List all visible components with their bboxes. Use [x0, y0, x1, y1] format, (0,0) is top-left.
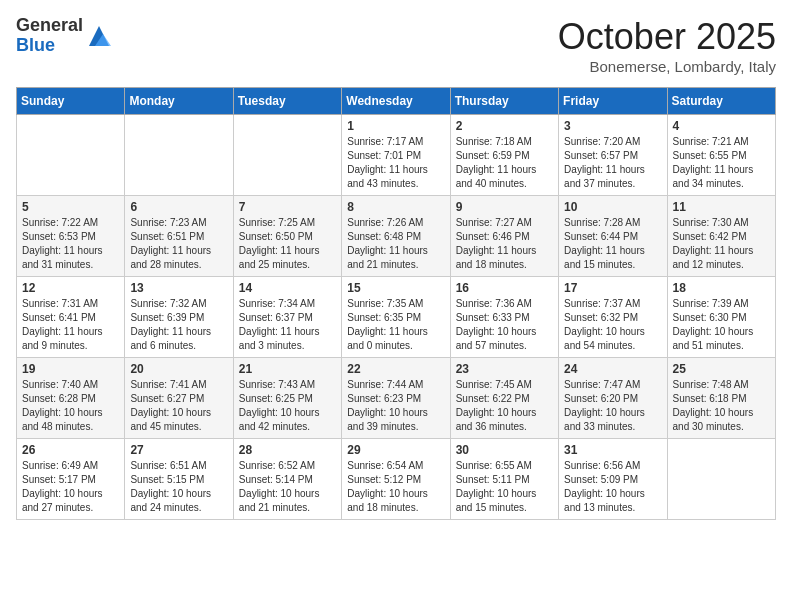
calendar-cell: 31Sunrise: 6:56 AMSunset: 5:09 PMDayligh…	[559, 439, 667, 520]
calendar-body: 1Sunrise: 7:17 AMSunset: 7:01 PMDaylight…	[17, 115, 776, 520]
header-day: Wednesday	[342, 88, 450, 115]
calendar-cell: 17Sunrise: 7:37 AMSunset: 6:32 PMDayligh…	[559, 277, 667, 358]
day-number: 2	[456, 119, 553, 133]
header-day: Thursday	[450, 88, 558, 115]
day-number: 19	[22, 362, 119, 376]
day-info: Sunrise: 7:18 AMSunset: 6:59 PMDaylight:…	[456, 135, 553, 191]
calendar-table: SundayMondayTuesdayWednesdayThursdayFrid…	[16, 87, 776, 520]
day-info: Sunrise: 7:39 AMSunset: 6:30 PMDaylight:…	[673, 297, 770, 353]
day-info: Sunrise: 7:32 AMSunset: 6:39 PMDaylight:…	[130, 297, 227, 353]
day-number: 8	[347, 200, 444, 214]
header-day: Tuesday	[233, 88, 341, 115]
header-row: SundayMondayTuesdayWednesdayThursdayFrid…	[17, 88, 776, 115]
day-info: Sunrise: 7:22 AMSunset: 6:53 PMDaylight:…	[22, 216, 119, 272]
day-info: Sunrise: 6:49 AMSunset: 5:17 PMDaylight:…	[22, 459, 119, 515]
day-number: 22	[347, 362, 444, 376]
day-info: Sunrise: 7:31 AMSunset: 6:41 PMDaylight:…	[22, 297, 119, 353]
calendar-cell: 4Sunrise: 7:21 AMSunset: 6:55 PMDaylight…	[667, 115, 775, 196]
calendar-cell: 1Sunrise: 7:17 AMSunset: 7:01 PMDaylight…	[342, 115, 450, 196]
calendar-cell: 19Sunrise: 7:40 AMSunset: 6:28 PMDayligh…	[17, 358, 125, 439]
day-number: 10	[564, 200, 661, 214]
day-number: 9	[456, 200, 553, 214]
day-info: Sunrise: 7:48 AMSunset: 6:18 PMDaylight:…	[673, 378, 770, 434]
day-info: Sunrise: 7:25 AMSunset: 6:50 PMDaylight:…	[239, 216, 336, 272]
calendar-week: 12Sunrise: 7:31 AMSunset: 6:41 PMDayligh…	[17, 277, 776, 358]
day-info: Sunrise: 7:36 AMSunset: 6:33 PMDaylight:…	[456, 297, 553, 353]
calendar-cell: 9Sunrise: 7:27 AMSunset: 6:46 PMDaylight…	[450, 196, 558, 277]
day-info: Sunrise: 7:44 AMSunset: 6:23 PMDaylight:…	[347, 378, 444, 434]
day-number: 4	[673, 119, 770, 133]
calendar-week: 19Sunrise: 7:40 AMSunset: 6:28 PMDayligh…	[17, 358, 776, 439]
day-number: 29	[347, 443, 444, 457]
day-info: Sunrise: 7:28 AMSunset: 6:44 PMDaylight:…	[564, 216, 661, 272]
calendar-cell: 27Sunrise: 6:51 AMSunset: 5:15 PMDayligh…	[125, 439, 233, 520]
day-info: Sunrise: 7:40 AMSunset: 6:28 PMDaylight:…	[22, 378, 119, 434]
day-info: Sunrise: 7:41 AMSunset: 6:27 PMDaylight:…	[130, 378, 227, 434]
day-info: Sunrise: 6:55 AMSunset: 5:11 PMDaylight:…	[456, 459, 553, 515]
day-info: Sunrise: 7:47 AMSunset: 6:20 PMDaylight:…	[564, 378, 661, 434]
calendar-cell: 21Sunrise: 7:43 AMSunset: 6:25 PMDayligh…	[233, 358, 341, 439]
day-number: 3	[564, 119, 661, 133]
calendar-cell: 13Sunrise: 7:32 AMSunset: 6:39 PMDayligh…	[125, 277, 233, 358]
day-number: 7	[239, 200, 336, 214]
header-day: Saturday	[667, 88, 775, 115]
day-info: Sunrise: 7:35 AMSunset: 6:35 PMDaylight:…	[347, 297, 444, 353]
calendar-cell: 5Sunrise: 7:22 AMSunset: 6:53 PMDaylight…	[17, 196, 125, 277]
calendar-cell: 14Sunrise: 7:34 AMSunset: 6:37 PMDayligh…	[233, 277, 341, 358]
day-number: 25	[673, 362, 770, 376]
day-info: Sunrise: 7:21 AMSunset: 6:55 PMDaylight:…	[673, 135, 770, 191]
calendar-cell	[17, 115, 125, 196]
day-info: Sunrise: 6:51 AMSunset: 5:15 PMDaylight:…	[130, 459, 227, 515]
day-info: Sunrise: 7:43 AMSunset: 6:25 PMDaylight:…	[239, 378, 336, 434]
calendar-cell: 26Sunrise: 6:49 AMSunset: 5:17 PMDayligh…	[17, 439, 125, 520]
calendar-cell: 28Sunrise: 6:52 AMSunset: 5:14 PMDayligh…	[233, 439, 341, 520]
calendar-cell: 12Sunrise: 7:31 AMSunset: 6:41 PMDayligh…	[17, 277, 125, 358]
day-number: 18	[673, 281, 770, 295]
header-day: Sunday	[17, 88, 125, 115]
calendar-week: 5Sunrise: 7:22 AMSunset: 6:53 PMDaylight…	[17, 196, 776, 277]
day-info: Sunrise: 7:37 AMSunset: 6:32 PMDaylight:…	[564, 297, 661, 353]
day-number: 13	[130, 281, 227, 295]
calendar-cell	[125, 115, 233, 196]
location-title: Bonemerse, Lombardy, Italy	[558, 58, 776, 75]
calendar-cell: 10Sunrise: 7:28 AMSunset: 6:44 PMDayligh…	[559, 196, 667, 277]
calendar-cell: 24Sunrise: 7:47 AMSunset: 6:20 PMDayligh…	[559, 358, 667, 439]
calendar-cell: 23Sunrise: 7:45 AMSunset: 6:22 PMDayligh…	[450, 358, 558, 439]
calendar-cell: 7Sunrise: 7:25 AMSunset: 6:50 PMDaylight…	[233, 196, 341, 277]
logo-general: General	[16, 16, 83, 36]
day-number: 24	[564, 362, 661, 376]
logo-icon	[85, 22, 113, 50]
calendar-cell: 11Sunrise: 7:30 AMSunset: 6:42 PMDayligh…	[667, 196, 775, 277]
calendar-cell	[667, 439, 775, 520]
calendar-cell: 30Sunrise: 6:55 AMSunset: 5:11 PMDayligh…	[450, 439, 558, 520]
day-number: 21	[239, 362, 336, 376]
page-header: General Blue October 2025 Bonemerse, Lom…	[16, 16, 776, 75]
day-info: Sunrise: 7:23 AMSunset: 6:51 PMDaylight:…	[130, 216, 227, 272]
day-number: 17	[564, 281, 661, 295]
day-info: Sunrise: 6:54 AMSunset: 5:12 PMDaylight:…	[347, 459, 444, 515]
day-number: 1	[347, 119, 444, 133]
day-number: 27	[130, 443, 227, 457]
header-day: Friday	[559, 88, 667, 115]
day-info: Sunrise: 7:20 AMSunset: 6:57 PMDaylight:…	[564, 135, 661, 191]
title-block: October 2025 Bonemerse, Lombardy, Italy	[558, 16, 776, 75]
day-info: Sunrise: 7:27 AMSunset: 6:46 PMDaylight:…	[456, 216, 553, 272]
day-number: 23	[456, 362, 553, 376]
calendar-cell	[233, 115, 341, 196]
day-number: 12	[22, 281, 119, 295]
logo: General Blue	[16, 16, 113, 56]
day-number: 11	[673, 200, 770, 214]
day-number: 30	[456, 443, 553, 457]
day-number: 5	[22, 200, 119, 214]
day-info: Sunrise: 7:26 AMSunset: 6:48 PMDaylight:…	[347, 216, 444, 272]
header-day: Monday	[125, 88, 233, 115]
day-number: 26	[22, 443, 119, 457]
calendar-cell: 20Sunrise: 7:41 AMSunset: 6:27 PMDayligh…	[125, 358, 233, 439]
calendar-cell: 25Sunrise: 7:48 AMSunset: 6:18 PMDayligh…	[667, 358, 775, 439]
logo-text: General Blue	[16, 16, 83, 56]
day-number: 31	[564, 443, 661, 457]
calendar-cell: 22Sunrise: 7:44 AMSunset: 6:23 PMDayligh…	[342, 358, 450, 439]
day-number: 28	[239, 443, 336, 457]
day-number: 20	[130, 362, 227, 376]
day-info: Sunrise: 7:45 AMSunset: 6:22 PMDaylight:…	[456, 378, 553, 434]
